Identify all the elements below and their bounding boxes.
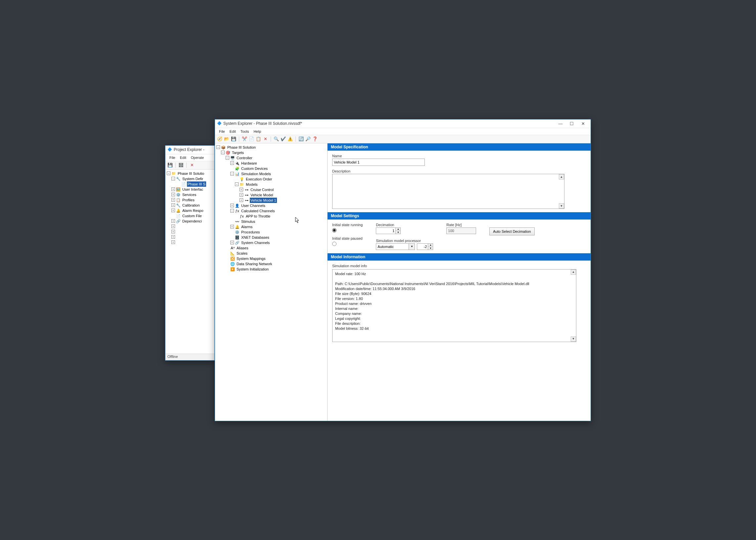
menu-file[interactable]: File [217,129,227,134]
model-info-box[interactable]: ▲ ▼ Model rate: 100 Hz Path: C:\Users\Pu… [332,269,576,342]
delete-icon[interactable]: ✕ [189,162,195,168]
scroll-up-icon[interactable]: ▲ [559,174,564,180]
expand-icon[interactable]: + [230,161,234,165]
processor-spinner[interactable]: ▲▼ [428,243,433,250]
save-icon[interactable]: 💾 [167,162,173,168]
chevron-down-icon[interactable]: ▼ [396,231,400,234]
menu-file[interactable]: File [167,155,177,160]
refresh-icon[interactable]: 🔄 [298,136,304,142]
tree-row[interactable]: 📄Custom File [166,213,214,218]
name-input[interactable] [332,159,425,166]
tree-row[interactable]: −🔧System Defir [166,176,214,182]
titlebar[interactable]: 🔷 Project Explorer - [165,146,214,154]
check-icon[interactable]: ✔️ [280,136,286,142]
tree-row[interactable]: +🔔Alarms [216,224,327,229]
description-textarea[interactable]: ▲ ▼ [332,174,565,209]
run-icon[interactable]: 🧭 [217,136,223,142]
menu-tools[interactable]: Tools [239,129,251,134]
zoom-icon[interactable]: 🔎 [305,136,311,142]
chevron-down-icon[interactable]: ▼ [428,247,433,250]
chevron-up-icon[interactable]: ▲ [428,244,433,247]
tree-row[interactable]: ▶️System Initialization [216,267,327,272]
tree-row[interactable]: +👤User Channels [216,203,327,208]
expand-icon[interactable]: + [171,203,175,207]
tree-row[interactable]: 🧩Custom Devices [216,166,327,171]
tree-row[interactable]: +🔗System Channels [216,240,327,245]
expand-icon[interactable]: + [171,235,175,239]
tree-row[interactable]: +⊶Cruise Control [216,187,327,193]
titlebar[interactable]: 🔷 System Explorer - Phase III Solution.n… [215,119,591,128]
tree-row[interactable]: 〰️Stimulus [216,219,327,224]
expand-icon[interactable]: + [240,193,243,197]
tree-row[interactable]: + [166,240,214,245]
help-icon[interactable]: ❓ [312,136,318,142]
delete-icon[interactable]: ✕ [263,136,268,142]
tree-row[interactable]: +🔗Dependenci [166,218,214,224]
tree-row[interactable]: −🖥️Controller [216,155,327,161]
initial-running-radio[interactable] [332,228,337,232]
tree-row[interactable]: −📊Simulation Models [216,171,327,177]
project-tree[interactable]: −📁Phase III Solutio −🔧System Defir 📄Phas… [165,170,214,353]
processor-spin-input[interactable] [417,243,428,250]
minimize-button[interactable]: — [555,119,566,127]
expand-icon[interactable]: − [221,151,225,154]
tree-row[interactable]: −ƒxCalculated Channels [216,208,327,213]
expand-icon[interactable]: + [240,188,243,192]
initial-paused-radio[interactable] [332,242,337,246]
maximize-button[interactable]: ☐ [566,119,577,127]
expand-icon[interactable]: − [226,156,229,160]
expand-icon[interactable]: + [230,203,234,207]
tree-row[interactable]: 💡Execution Order [216,177,327,182]
menu-help[interactable]: Help [252,129,263,134]
tree-row[interactable]: +🔌Hardware [216,161,327,166]
paste-icon[interactable]: 📋 [256,136,262,142]
tree-row[interactable]: −📁Models [216,182,327,187]
tree-row[interactable]: −🎯Targets [216,150,327,155]
find-icon[interactable]: 🔍 [273,136,279,142]
expand-icon[interactable]: + [171,193,175,196]
cut-icon[interactable]: ✂️ [242,136,248,142]
tree-row[interactable]: + [166,224,214,229]
menu-edit[interactable]: Edit [178,155,188,160]
tree-row[interactable]: ⚙️Procedures [216,229,327,235]
expand-icon[interactable]: + [171,230,175,233]
expand-icon[interactable]: + [171,208,175,212]
expand-icon[interactable]: − [235,183,239,186]
tree-row[interactable]: + [166,229,214,234]
expand-icon[interactable]: + [240,198,243,202]
tree-row[interactable]: +🔔Alarm Respo [166,208,214,213]
decimation-spinner[interactable]: ▲▼ [396,227,401,234]
config-icon[interactable]: 🎛️ [178,162,184,168]
processor-combo[interactable] [376,243,409,250]
expand-icon[interactable]: − [230,209,234,212]
decimation-input[interactable] [376,227,396,234]
expand-icon[interactable]: − [216,145,220,149]
tree-row[interactable]: +⊶Vehicle Model [216,193,327,198]
expand-icon[interactable]: + [171,219,175,223]
chevron-down-icon[interactable]: ▼ [409,243,415,250]
tree-row[interactable]: 🌐Data Sharing Network [216,261,327,267]
tree-row[interactable]: +⚙️Services [166,192,214,197]
tree-row[interactable]: + [166,234,214,240]
auto-select-decimation-button[interactable]: Auto Select Decimation [489,227,534,235]
scroll-down-icon[interactable]: ▼ [571,337,576,342]
tree-row[interactable]: ƒxAPP to Throttle [216,213,327,219]
tree-row[interactable]: 🔀System Mappings [216,256,327,261]
system-tree-panel[interactable]: −📦Phase III Solution−🎯Targets−🖥️Controll… [215,143,328,421]
expand-icon[interactable]: + [171,240,175,244]
tree-row[interactable]: −📁Phase III Solutio [166,171,214,176]
tree-row[interactable]: +🖼️User Interfac [166,187,214,192]
expand-icon[interactable]: − [167,172,170,175]
expand-icon[interactable]: − [230,172,234,176]
tree-row[interactable]: AᵃAliases [216,245,327,251]
expand-icon[interactable]: + [171,188,175,191]
tree-row[interactable]: +🔧Calibration [166,202,214,208]
scroll-up-icon[interactable]: ▲ [571,270,576,275]
expand-icon[interactable]: + [171,224,175,228]
open-icon[interactable]: 📂 [224,136,230,142]
warning-icon[interactable]: ⚠️ [287,136,293,142]
close-button[interactable]: ✕ [577,119,589,127]
tree-row[interactable]: +📋Profiles [166,197,214,202]
tree-row[interactable]: +⊶Vehicle Model 1 [216,198,327,203]
save-icon[interactable]: 💾 [231,136,237,142]
